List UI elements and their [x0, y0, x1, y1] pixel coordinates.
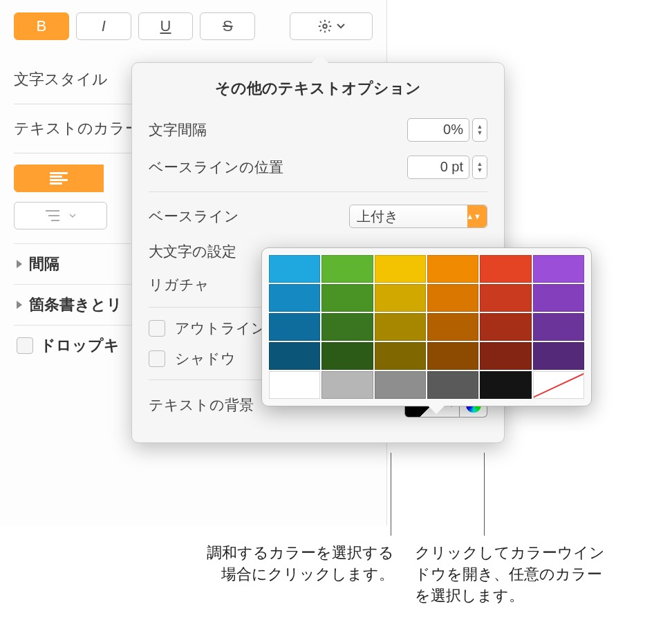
divider [149, 191, 487, 192]
baseline-label: ベースライン [149, 207, 239, 226]
dropcap-label: ドロップキ [40, 335, 120, 356]
underline-button[interactable]: U [138, 12, 194, 40]
character-spacing-label: 文字間隔 [149, 120, 207, 140]
color-swatch[interactable] [375, 255, 426, 283]
character-spacing-value[interactable]: 0% [407, 118, 469, 142]
color-swatch[interactable] [375, 371, 426, 399]
svg-point-0 [323, 24, 327, 28]
list-icon [46, 209, 64, 222]
bold-button[interactable]: B [14, 12, 69, 40]
disclosure-triangle-icon [17, 301, 22, 309]
ligature-label: リガチャ [149, 275, 209, 294]
color-swatch[interactable] [533, 313, 584, 341]
no-color-swatch[interactable] [533, 371, 584, 399]
color-swatch[interactable] [321, 371, 373, 399]
popover-title: その他のテキストオプション [149, 78, 487, 99]
strike-glyph: S [223, 17, 233, 35]
color-swatch[interactable] [269, 284, 320, 312]
color-swatch[interactable] [533, 284, 584, 312]
dropcap-checkbox[interactable] [17, 337, 33, 354]
baseline-row: ベースライン 上付き ▲▼ [149, 198, 487, 235]
color-swatch[interactable] [480, 342, 531, 370]
color-swatch-grid [269, 255, 584, 399]
stepper-arrows-icon[interactable]: ▲▼ [472, 118, 487, 142]
italic-button[interactable]: I [76, 12, 131, 40]
baseline-shift-label: ベースラインの位置 [149, 158, 283, 177]
color-well-callout: 調和するカラーを選択する場合にクリックします。 [200, 543, 394, 585]
color-swatch[interactable] [321, 284, 373, 312]
color-swatch[interactable] [321, 313, 373, 341]
text-background-label: テキストの背景 [149, 395, 254, 415]
color-swatch[interactable] [427, 342, 478, 370]
color-swatch[interactable] [533, 342, 584, 370]
color-swatch[interactable] [375, 342, 426, 370]
bullets-label: 箇条書きとリ [29, 294, 122, 315]
stepper-arrows-icon[interactable]: ▲▼ [472, 156, 487, 179]
shadow-checkbox[interactable] [149, 350, 165, 367]
capitalization-label: 大文字の設定 [149, 242, 236, 261]
color-swatch[interactable] [375, 313, 426, 341]
more-text-options-button[interactable] [290, 12, 373, 40]
color-swatch[interactable] [480, 371, 531, 399]
italic-glyph: I [102, 17, 106, 35]
chevron-down-icon [337, 24, 345, 29]
color-swatch[interactable] [321, 255, 373, 283]
color-swatch[interactable] [269, 313, 320, 341]
color-swatch[interactable] [269, 342, 320, 370]
color-swatch[interactable] [427, 255, 478, 283]
color-swatch[interactable] [427, 284, 478, 312]
baseline-shift-value[interactable]: 0 pt [407, 156, 469, 179]
color-swatch[interactable] [480, 313, 531, 341]
color-swatch[interactable] [427, 313, 478, 341]
gear-icon [317, 19, 333, 34]
disclosure-triangle-icon [17, 260, 22, 268]
color-swatch[interactable] [533, 255, 584, 283]
color-swatch[interactable] [375, 284, 426, 312]
color-wheel-callout: クリックしてカラーウインドウを開き、任意のカラーを選択します。 [415, 543, 615, 606]
baseline-shift-row: ベースラインの位置 0 pt ▲▼ [149, 149, 487, 186]
underline-glyph: U [160, 17, 171, 35]
outline-checkbox[interactable] [149, 320, 165, 337]
bold-glyph: B [37, 17, 47, 35]
color-swatch[interactable] [269, 255, 320, 283]
spacing-label: 間隔 [29, 254, 59, 274]
baseline-shift-stepper[interactable]: 0 pt ▲▼ [407, 156, 487, 179]
character-spacing-row: 文字間隔 0% ▲▼ [149, 111, 487, 149]
color-swatch[interactable] [480, 284, 531, 312]
align-left-button[interactable] [14, 165, 104, 192]
shadow-label: シャドウ [175, 349, 236, 368]
strikethrough-button[interactable]: S [200, 12, 255, 40]
updown-arrows-icon: ▲▼ [466, 213, 481, 220]
color-palette-popover [261, 247, 592, 406]
color-swatch[interactable] [480, 255, 531, 283]
callout-line [484, 453, 485, 536]
chevron-down-icon [69, 214, 76, 218]
baseline-select[interactable]: 上付き ▲▼ [349, 205, 487, 228]
align-left-icon [50, 172, 68, 185]
color-swatch[interactable] [269, 371, 320, 399]
callout-line [391, 453, 391, 536]
color-swatch[interactable] [427, 371, 478, 399]
baseline-select-value: 上付き [357, 207, 398, 226]
color-swatch[interactable] [321, 342, 373, 370]
character-spacing-stepper[interactable]: 0% ▲▼ [407, 118, 487, 142]
text-style-buttons: B I U S [14, 12, 373, 40]
list-style-button[interactable] [14, 202, 107, 229]
outline-label: アウトライン [175, 319, 266, 338]
